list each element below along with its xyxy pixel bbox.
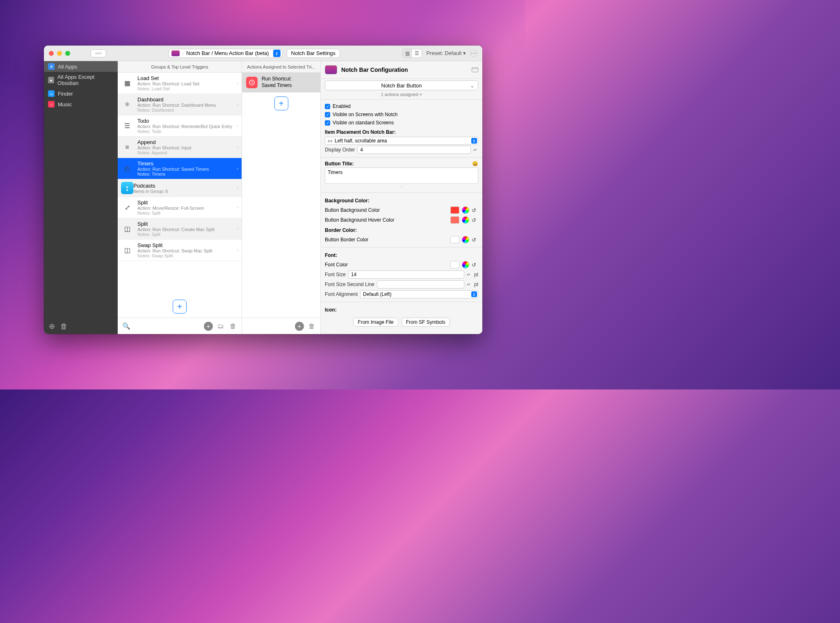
view-toggle[interactable]: ▥ ☰ xyxy=(402,49,422,58)
bg-color-swatch[interactable] xyxy=(450,206,459,214)
group-icon: ≡ xyxy=(121,141,133,153)
reset-icon[interactable]: ↺ xyxy=(472,237,478,243)
placement-icon: ▭ xyxy=(328,138,332,144)
close-button[interactable] xyxy=(49,51,54,56)
bg-hover-swatch[interactable] xyxy=(450,216,459,224)
sidebar-item[interactable]: ✶All Apps xyxy=(44,61,118,72)
color-picker-icon[interactable] xyxy=(462,206,469,214)
add-sidebar-item-button[interactable]: ⊕ xyxy=(47,322,56,331)
action-item[interactable]: Run Shortcut:Saved Timers xyxy=(242,73,320,92)
sidebar-item[interactable]: ☺Finder xyxy=(44,88,118,99)
back-button[interactable]: <<< xyxy=(91,49,106,57)
checkmark-icon: ✓ xyxy=(325,120,330,126)
chevron-down-icon: ⌄ xyxy=(470,82,475,89)
bg-color-label: Button Background Color xyxy=(325,207,380,213)
search-button[interactable]: 🔍 xyxy=(122,322,131,331)
group-item[interactable]: ⤢SplitAction: Move/Resize: Full-ScreenNo… xyxy=(118,197,242,218)
svg-point-0 xyxy=(126,186,128,188)
color-picker-icon[interactable] xyxy=(462,216,469,224)
button-title-label: Button Title: xyxy=(325,161,354,167)
font-align-selector[interactable]: Default (Left) ▴▾ xyxy=(360,290,478,298)
inspector-panel: Notch Bar Configuration Notch Bar Button… xyxy=(321,61,482,334)
group-icon: ◫ xyxy=(121,223,133,235)
sidebar-item[interactable]: ●All Apps Except Obsidian xyxy=(44,72,118,88)
zoom-button[interactable] xyxy=(65,51,70,56)
group-icon: ⚛ xyxy=(121,98,133,111)
add-action-footer-button[interactable]: + xyxy=(295,322,304,331)
chevron-updown-icon: ▴▾ xyxy=(471,138,477,144)
group-item[interactable]: ▦Load SetAction: Run Shortcut: Load SetN… xyxy=(118,73,242,94)
display-order-label: Display Order xyxy=(325,147,355,153)
popout-icon[interactable] xyxy=(472,67,478,72)
bg-color-section-label: Background Color: xyxy=(325,195,478,205)
reset-icon[interactable]: ↺ xyxy=(472,207,478,213)
list-view-icon[interactable]: ☰ xyxy=(412,49,422,57)
chevron-right-icon: › xyxy=(237,186,238,190)
delete-button[interactable]: 🗑 xyxy=(228,322,237,331)
delete-action-button[interactable]: 🗑 xyxy=(307,322,316,331)
visible-standard-checkbox[interactable]: ✓ Visible on standard Screens xyxy=(325,119,478,127)
font-size-stepper[interactable]: ▴▾ xyxy=(467,273,472,276)
add-action-button[interactable]: + xyxy=(274,96,288,110)
reset-icon[interactable]: ↺ xyxy=(472,262,478,268)
actions-column: Actions Assigned to Selected Tri... Run … xyxy=(242,61,321,334)
reset-icon[interactable]: ↺ xyxy=(472,217,478,223)
font-size2-input[interactable] xyxy=(377,280,464,289)
group-item[interactable]: ◫SplitAction: Run Shortcut: Create Mac S… xyxy=(118,218,242,240)
more-menu-icon[interactable]: ⋯ xyxy=(470,50,477,57)
bg-hover-color-label: Button Background Hover Color xyxy=(325,217,394,223)
shortcut-icon xyxy=(246,77,258,88)
group-icon: ◫ xyxy=(121,244,133,257)
visible-notch-checkbox[interactable]: ✓ Visible on Screens with Notch xyxy=(325,110,478,119)
chevron-updown-icon: ▴▾ xyxy=(471,291,477,297)
display-order-stepper[interactable]: ▴▾ xyxy=(473,149,478,151)
add-button[interactable]: + xyxy=(204,322,213,331)
button-title-input[interactable]: Timers xyxy=(325,167,478,184)
border-color-swatch[interactable] xyxy=(450,236,459,243)
columns-view-icon[interactable]: ▥ xyxy=(403,49,412,57)
notch-bar-config-icon xyxy=(325,65,337,74)
group-item[interactable]: ◴TimersAction: Run Shortcut: Saved Timer… xyxy=(118,158,242,179)
resize-grabber[interactable]: ○ xyxy=(325,184,478,190)
app-icon: ● xyxy=(48,77,54,83)
font-size2-stepper[interactable]: ▴▾ xyxy=(467,283,472,286)
add-group-button[interactable]: + xyxy=(173,300,187,314)
group-item[interactable]: ≡AppendAction: Run Shortcut: InputNotes:… xyxy=(118,137,242,158)
delete-sidebar-item-button[interactable]: 🗑 xyxy=(59,322,68,331)
placement-selector[interactable]: ▭ Left half, scrollable area ▴▾ xyxy=(325,137,478,145)
group-item[interactable]: PodcastsItems in Group: 6› xyxy=(118,179,242,197)
chevron-right-icon: › xyxy=(237,145,238,149)
chevron-right-icon: › xyxy=(237,166,238,171)
minimize-button[interactable] xyxy=(57,51,62,56)
font-size-input[interactable]: 14 xyxy=(348,270,464,279)
font-align-label: Font Alignment xyxy=(325,291,358,297)
emoji-picker-button[interactable]: 😀 xyxy=(472,161,478,167)
font-color-swatch[interactable] xyxy=(450,261,459,268)
display-order-input[interactable]: 4 xyxy=(357,146,471,154)
trigger-type-selector[interactable]: · Notch Bar / Menu Action Bar (beta) ▴▾ xyxy=(169,49,282,58)
notch-bar-settings-button[interactable]: Notch Bar Settings xyxy=(287,49,340,58)
chevron-right-icon: › xyxy=(237,81,238,85)
folder-button[interactable]: 🗂 xyxy=(216,322,225,331)
sidebar: ✶All Apps●All Apps Except Obsidian☺Finde… xyxy=(44,61,118,334)
group-item[interactable]: ☰TodoAction: Run Shortcut: ReminderBot Q… xyxy=(118,115,242,137)
font-size2-label: Font Size Second Line xyxy=(325,282,374,287)
from-image-file-button[interactable]: From Image File xyxy=(353,318,398,327)
preset-selector[interactable]: Preset: Default ▾ xyxy=(426,50,466,56)
checkmark-icon: ✓ xyxy=(325,104,330,109)
podcasts-icon xyxy=(121,182,133,194)
chevron-updown-icon: ▴▾ xyxy=(273,50,281,57)
checkmark-icon: ✓ xyxy=(325,112,330,117)
from-sf-symbols-button[interactable]: From SF Symbols xyxy=(402,318,450,327)
enabled-checkbox[interactable]: ✓ Enabled xyxy=(325,102,478,110)
sidebar-item[interactable]: ♪Music xyxy=(44,99,118,110)
group-item[interactable]: ⚛DashboardAction: Run Shortcut: Dashboar… xyxy=(118,94,242,115)
color-picker-icon[interactable] xyxy=(462,261,469,268)
actions-header: Actions Assigned to Selected Tri... xyxy=(242,61,320,73)
border-color-section-label: Border Color: xyxy=(325,225,478,235)
color-picker-icon[interactable] xyxy=(462,236,469,243)
group-item[interactable]: ◫Swap SplitAction: Run Shortcut: Swap Ma… xyxy=(118,240,242,261)
font-section-label: Font: xyxy=(325,250,478,260)
button-type-selector[interactable]: Notch Bar Button ⌄ xyxy=(325,80,478,90)
app-window: <<< · Notch Bar / Menu Action Bar (beta)… xyxy=(44,46,482,334)
